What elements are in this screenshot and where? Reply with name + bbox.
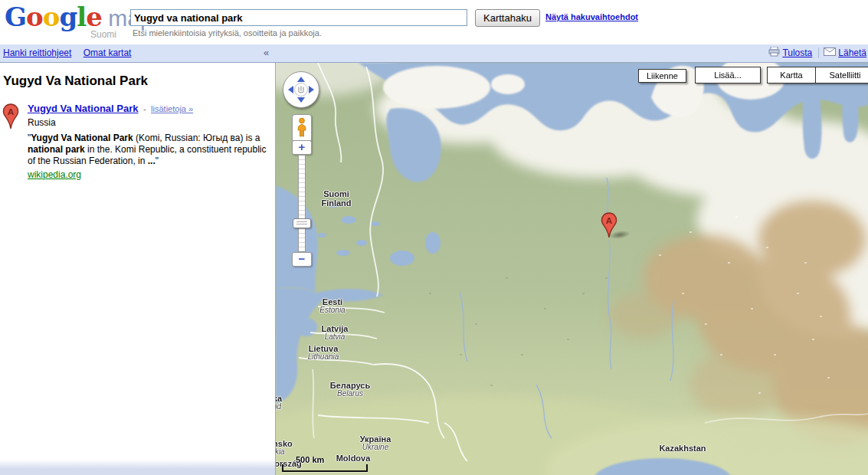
scale-bar — [282, 464, 368, 472]
scale-label: 500 km — [296, 455, 368, 464]
result-marker-pin-icon: A — [2, 103, 19, 133]
zoom-slider-track[interactable] — [298, 155, 306, 252]
result-title-link[interactable]: Yugyd Va National Park — [28, 103, 139, 114]
result-snippet-text: "Yugyd Va National Park (Komi, Russian: … — [28, 133, 271, 167]
header: Google maps Suomi Etsi mielenkiintoisia … — [0, 0, 868, 44]
map-label-slovakia-partial: enskorakia — [276, 439, 293, 456]
map-label-estonia: EestiEstonia — [319, 297, 345, 314]
map-label-lithuania: LietuvaLithuania — [308, 344, 339, 361]
toolbar: Hanki reittiohjeet Omat kartat « Tulosta… — [0, 44, 868, 63]
show-search-options-link[interactable]: Näytä hakuvaihtoehdot — [545, 12, 638, 21]
traffic-button[interactable]: Liikenne — [638, 69, 686, 83]
svg-text:A: A — [8, 106, 15, 116]
toolbar-divider — [818, 48, 819, 58]
search-result-item: A Yugyd Va National Park - lisätietoja »… — [2, 101, 269, 181]
result-location-text: Russia — [28, 117, 269, 128]
map-marker-a[interactable]: A — [601, 212, 617, 241]
pegman-icon — [296, 117, 308, 139]
map-terrain-image — [276, 63, 868, 475]
collapse-sidebar-button[interactable]: « — [264, 47, 269, 58]
sidebar-bottom-strip — [0, 460, 275, 475]
result-source-link[interactable]: wikipedia.org — [28, 169, 81, 180]
svg-text:A: A — [606, 215, 613, 225]
google-logo-word: Google — [5, 2, 102, 32]
pan-left-icon — [288, 86, 293, 93]
map-type-toggle-group: Kartta Satelliitti — [767, 67, 868, 84]
pegman-control[interactable] — [292, 114, 312, 141]
map-scale: 500 km — [282, 455, 368, 472]
get-directions-link[interactable]: Hanki reittiohjeet — [3, 48, 71, 58]
pan-up-icon — [297, 77, 305, 82]
more-info-link[interactable]: lisätietoja » — [151, 104, 193, 113]
map-label-poland-partial: kand — [276, 394, 282, 411]
map-search-button[interactable]: Karttahaku — [475, 9, 540, 27]
map-label-ukraine: УкраїнаUkraine — [360, 434, 391, 451]
map-label-finland: SuomiFinland — [321, 189, 351, 208]
map-label-latvia: LatvijaLatvia — [322, 324, 349, 341]
search-input[interactable] — [130, 9, 467, 26]
search-hint-text: Etsi mielenkiintoisia yrityksiä, osoitte… — [133, 28, 322, 38]
pan-right-icon — [309, 86, 314, 93]
page-title: Yugyd Va National Park — [3, 74, 148, 89]
envelope-icon — [824, 48, 836, 58]
more-layers-button[interactable]: Lisää... — [695, 67, 761, 84]
print-link[interactable]: Tulosta — [782, 48, 812, 58]
map-canvas[interactable]: SuomiFinland EestiEstonia LatvijaLatvia … — [276, 63, 868, 475]
send-link[interactable]: Lähetä — [838, 48, 866, 58]
map-label-kazakhstan: Kazakhstan — [659, 444, 706, 453]
result-separator: - — [143, 104, 146, 113]
my-maps-link[interactable]: Omat kartat — [84, 48, 132, 58]
map-type-button[interactable]: Kartta — [768, 67, 815, 83]
sidebar-panel: Yugyd Va National Park A Yugyd Va Nation… — [0, 63, 276, 475]
zoom-slider-handle[interactable] — [293, 218, 311, 228]
satellite-type-button[interactable]: Satelliitti — [815, 67, 868, 83]
zoom-in-button[interactable]: + — [292, 140, 312, 155]
map-pan-control[interactable] — [283, 71, 319, 108]
print-icon — [768, 47, 780, 59]
pan-down-icon — [297, 97, 305, 103]
logo-locale-label: Suomi — [90, 29, 116, 40]
zoom-out-button[interactable]: − — [292, 252, 312, 267]
map-label-belarus: БеларусьBelarus — [330, 381, 370, 398]
